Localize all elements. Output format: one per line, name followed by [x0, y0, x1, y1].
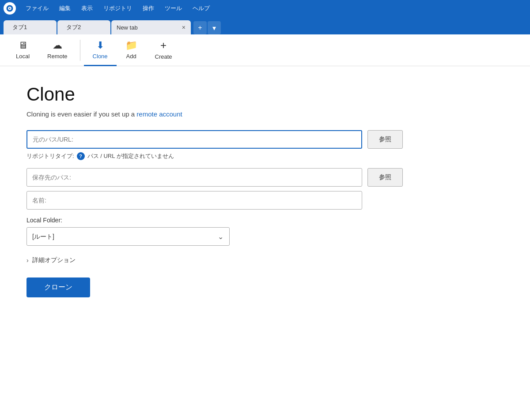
subtitle-text: Cloning is even easier if you set up a: [26, 110, 136, 118]
toolbar-local-label: Local: [16, 53, 30, 60]
remote-icon: ☁: [53, 40, 62, 51]
tab-dropdown-button[interactable]: ▾: [208, 21, 221, 34]
main-content: Clone Cloning is even easier if you set …: [0, 66, 530, 315]
local-icon: 🖥: [18, 40, 28, 51]
menu-help[interactable]: ヘルプ: [188, 3, 214, 14]
subtitle: Cloning is even easier if you set up a r…: [26, 110, 504, 118]
dest-path-input[interactable]: [26, 168, 362, 187]
source-url-input[interactable]: [26, 130, 362, 149]
svg-point-2: [9, 8, 11, 9]
menu-edit[interactable]: 編集: [55, 3, 75, 14]
title-bar: ファイル 編集 表示 リポジトリ 操作 ツール ヘルプ: [0, 0, 530, 17]
dest-path-row: 参照: [26, 168, 504, 187]
toolbar-remote[interactable]: ☁ Remote: [38, 34, 76, 66]
page-title: Clone: [26, 84, 504, 105]
advanced-label: 詳細オプション: [32, 256, 76, 264]
clone-icon: ⬇: [96, 40, 104, 51]
create-icon: +: [160, 39, 167, 52]
source-url-row: 参照: [26, 130, 504, 149]
menu-repository[interactable]: リポジトリ: [99, 3, 136, 14]
local-folder-section: Local Folder: [ルート]: [26, 217, 504, 246]
toolbar: 🖥 Local ☁ Remote ⬇ Clone 📁 Add + Create: [0, 34, 530, 66]
advanced-toggle[interactable]: › 詳細オプション: [26, 256, 504, 264]
toolbar-add[interactable]: 📁 Add: [117, 34, 146, 66]
browse-dest-button[interactable]: 参照: [367, 168, 403, 187]
app-logo: [4, 2, 16, 15]
help-icon[interactable]: ?: [77, 152, 85, 160]
toolbar-add-label: Add: [126, 53, 136, 60]
close-tab-button[interactable]: ×: [182, 24, 186, 31]
tab-1[interactable]: タブ1: [4, 20, 57, 34]
toolbar-clone-label: Clone: [93, 53, 108, 60]
local-folder-label: Local Folder:: [26, 217, 504, 224]
browse-source-button[interactable]: 参照: [367, 130, 403, 149]
repo-type-row: リポジトリタイプ: ? パス / URL が指定されていません: [26, 152, 504, 160]
tab-newtab[interactable]: New tab ×: [111, 20, 191, 34]
menu-bar: ファイル 編集 表示 リポジトリ 操作 ツール ヘルプ: [21, 3, 214, 14]
toolbar-divider: [80, 40, 80, 61]
clone-button[interactable]: クローン: [26, 278, 90, 297]
local-folder-wrapper: [ルート]: [26, 227, 230, 246]
toolbar-create[interactable]: + Create: [146, 34, 181, 66]
tab-bar: タブ1 タブ2 New tab × + ▾: [0, 17, 530, 34]
chevron-right-icon: ›: [26, 257, 29, 264]
repo-type-label: リポジトリタイプ:: [26, 152, 74, 160]
menu-tools[interactable]: ツール: [160, 3, 186, 14]
tab-controls: + ▾: [193, 21, 221, 34]
menu-file[interactable]: ファイル: [21, 3, 53, 14]
remote-account-link[interactable]: remote account: [136, 110, 182, 118]
name-row: [26, 191, 504, 210]
toolbar-create-label: Create: [155, 53, 172, 60]
local-folder-select[interactable]: [ルート]: [26, 227, 230, 246]
newtab-label: New tab: [117, 24, 138, 31]
name-input[interactable]: [26, 191, 362, 210]
menu-view[interactable]: 表示: [77, 3, 97, 14]
toolbar-clone[interactable]: ⬇ Clone: [84, 34, 117, 66]
repo-type-value: パス / URL が指定されていません: [87, 152, 174, 160]
toolbar-local[interactable]: 🖥 Local: [7, 34, 38, 66]
add-icon: 📁: [125, 40, 137, 51]
tab-2[interactable]: タブ2: [57, 20, 110, 34]
new-tab-button[interactable]: +: [193, 21, 207, 34]
menu-actions[interactable]: 操作: [138, 3, 159, 14]
toolbar-remote-label: Remote: [47, 53, 68, 60]
